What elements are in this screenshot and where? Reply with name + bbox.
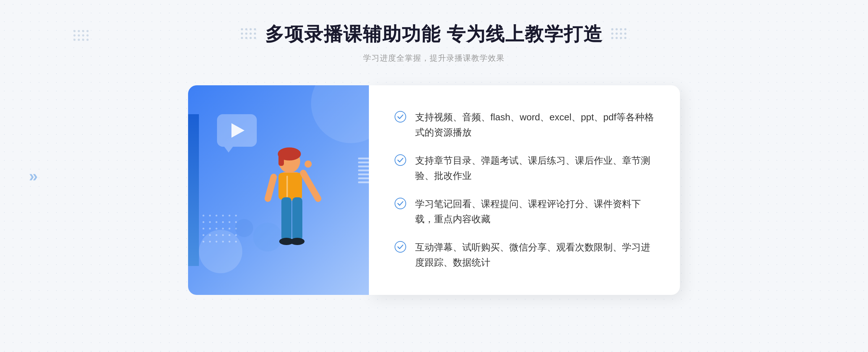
svg-point-52 <box>395 241 406 252</box>
svg-point-3 <box>86 30 89 32</box>
svg-point-2 <box>82 30 84 32</box>
page-title: 多项录播课辅助功能 专为线上教学打造 <box>265 22 603 47</box>
svg-point-23 <box>254 37 256 39</box>
svg-point-12 <box>241 28 243 30</box>
svg-rect-43 <box>281 197 292 241</box>
stripe-decoration <box>358 158 369 186</box>
svg-point-32 <box>611 37 613 39</box>
svg-point-13 <box>245 28 247 30</box>
svg-point-5 <box>78 34 80 37</box>
feature-text-1: 支持视频、音频、flash、word、excel、ppt、pdf等各种格式的资源… <box>415 110 655 140</box>
feature-item-2: 支持章节目录、弹题考试、课后练习、课后作业、章节测验、批改作业 <box>394 153 655 183</box>
svg-point-21 <box>245 37 247 39</box>
play-triangle-icon <box>231 123 244 138</box>
feature-text-3: 学习笔记回看、课程提问、课程评论打分、课件资料下载，重点内容收藏 <box>415 197 655 227</box>
page-container: » <box>0 0 868 352</box>
svg-point-29 <box>616 33 618 35</box>
check-icon-3 <box>394 197 407 210</box>
svg-point-50 <box>395 155 406 166</box>
corner-dots-left <box>72 29 90 45</box>
svg-point-11 <box>86 39 89 41</box>
svg-point-8 <box>73 39 76 41</box>
feature-text-4: 互动弹幕、试听购买、微信分享、观看次数限制、学习进度跟踪、数据统计 <box>415 240 655 270</box>
svg-point-18 <box>250 33 252 35</box>
svg-point-6 <box>82 34 84 37</box>
svg-rect-42 <box>264 173 278 203</box>
svg-point-25 <box>616 28 618 30</box>
svg-point-33 <box>616 37 618 39</box>
svg-point-15 <box>254 28 256 30</box>
check-icon-2 <box>394 154 407 166</box>
svg-rect-40 <box>278 173 302 200</box>
svg-point-46 <box>290 238 305 245</box>
svg-point-31 <box>624 33 626 35</box>
svg-point-17 <box>245 33 247 35</box>
feature-item-3: 学习笔记回看、课程提问、课程评论打分、课件资料下载，重点内容收藏 <box>394 197 655 227</box>
feature-item-4: 互动弹幕、试听购买、微信分享、观看次数限制、学习进度跟踪、数据统计 <box>394 240 655 270</box>
svg-point-1 <box>78 30 80 32</box>
svg-point-19 <box>254 33 256 35</box>
svg-point-30 <box>620 33 622 35</box>
svg-point-26 <box>620 28 622 30</box>
svg-point-49 <box>395 111 406 122</box>
svg-point-27 <box>624 28 626 30</box>
svg-point-10 <box>82 39 84 41</box>
svg-point-14 <box>250 28 252 30</box>
svg-rect-38 <box>278 153 284 166</box>
feature-item-1: 支持视频、音频、flash、word、excel、ppt、pdf等各种格式的资源… <box>394 110 655 140</box>
illustration-card <box>188 85 369 295</box>
header-title-row: 多项录播课辅助功能 专为线上教学打造 <box>240 22 628 47</box>
figure-illustration <box>228 139 329 295</box>
svg-point-28 <box>611 33 613 35</box>
features-card: 支持视频、音频、flash、word、excel、ppt、pdf等各种格式的资源… <box>369 85 680 295</box>
svg-point-9 <box>78 39 80 41</box>
content-area: 支持视频、音频、flash、word、excel、ppt、pdf等各种格式的资源… <box>188 85 680 295</box>
check-icon-4 <box>394 241 407 253</box>
svg-point-22 <box>250 37 252 39</box>
left-arrow-decoration: » <box>29 167 38 185</box>
header-section: 多项录播课辅助功能 专为线上教学打造 <box>240 22 628 64</box>
title-decoration-right <box>610 27 628 42</box>
page-subtitle: 学习进度全掌握，提升录播课教学效果 <box>240 53 628 64</box>
blue-stripe <box>188 114 199 266</box>
check-icon-1 <box>394 111 407 123</box>
svg-rect-41 <box>299 169 323 203</box>
svg-rect-47 <box>286 176 288 197</box>
title-decoration-left <box>240 27 258 42</box>
svg-point-48 <box>305 160 312 168</box>
svg-point-35 <box>624 37 626 39</box>
svg-point-4 <box>73 34 76 37</box>
svg-point-16 <box>241 33 243 35</box>
svg-point-34 <box>620 37 622 39</box>
svg-point-24 <box>611 28 613 30</box>
svg-point-51 <box>395 198 406 209</box>
svg-rect-44 <box>292 197 302 241</box>
svg-point-7 <box>86 34 89 37</box>
svg-point-20 <box>241 37 243 39</box>
feature-text-2: 支持章节目录、弹题考试、课后练习、课后作业、章节测验、批改作业 <box>415 153 655 183</box>
svg-point-0 <box>73 30 76 32</box>
